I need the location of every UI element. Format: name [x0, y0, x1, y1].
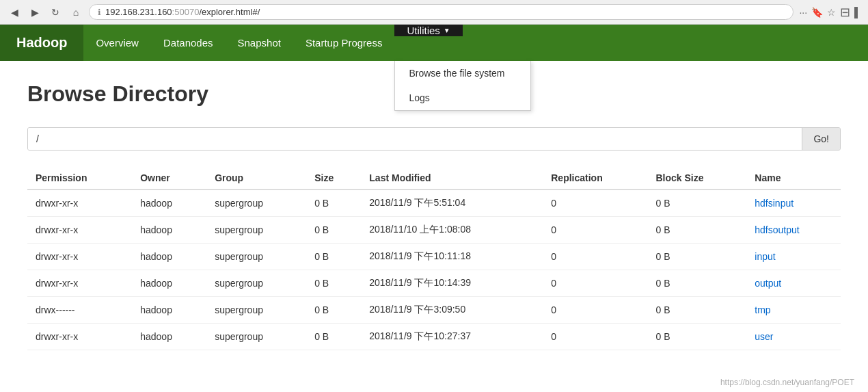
cell-permission: drwx------ [27, 297, 132, 324]
nav-item-datanodes[interactable]: Datanodes [151, 25, 226, 61]
dropdown-item-browse-fs[interactable]: Browse the file system [395, 61, 530, 86]
cell-last-modified: 2018/11/9 下午10:27:37 [361, 324, 543, 350]
cell-replication: 0 [543, 217, 647, 244]
cell-group: supergroup [206, 244, 306, 270]
browser-menu-icons: ··· 🔖 ☆ ⊟ ▌ [799, 5, 861, 20]
table-row: drwxr-xr-xhadoopsupergroup0 B2018/11/10 … [27, 217, 841, 244]
cell-size: 0 B [306, 217, 361, 244]
reload-button[interactable]: ↻ [48, 5, 63, 20]
directory-table: Permission Owner Group Size Last Modifie… [27, 167, 841, 350]
table-row: drwx------hadoopsupergroup0 B2018/11/9 下… [27, 297, 841, 324]
col-permission: Permission [27, 167, 132, 190]
col-group: Group [206, 167, 306, 190]
file-link[interactable]: hdfsinput [755, 198, 794, 209]
browser-chrome: ◀ ▶ ↻ ⌂ ℹ 192.168.231.160:50070/explorer… [0, 0, 868, 25]
navbar-brand: Hadoop [0, 25, 83, 61]
utilities-dropdown-menu: Browse the file system Logs [394, 61, 531, 111]
table-row: drwxr-xr-xhadoopsupergroup0 B2018/11/9 下… [27, 244, 841, 270]
cell-owner: hadoop [132, 324, 206, 350]
dropdown-arrow-icon: ▼ [444, 27, 450, 34]
file-link[interactable]: output [755, 278, 781, 289]
cell-group: supergroup [206, 270, 306, 297]
cell-permission: drwxr-xr-x [27, 270, 132, 297]
cell-size: 0 B [306, 190, 361, 217]
cell-permission: drwxr-xr-x [27, 217, 132, 244]
file-link[interactable]: user [755, 331, 773, 342]
sidebar-icon[interactable]: ⊟ [840, 5, 850, 20]
cell-last-modified: 2018/11/9 下午10:14:39 [361, 270, 543, 297]
path-input[interactable] [28, 128, 802, 150]
table-row: drwxr-xr-xhadoopsupergroup0 B2018/11/9 下… [27, 270, 841, 297]
nav-item-utilities[interactable]: Utilities ▼ [394, 25, 462, 36]
footer-watermark: https://blog.csdn.net/yuanfang/POET [0, 371, 868, 392]
file-link[interactable]: tmp [755, 304, 770, 315]
cell-size: 0 B [306, 324, 361, 350]
star-icon[interactable]: ☆ [827, 7, 836, 18]
cell-name[interactable]: output [746, 270, 841, 297]
search-bar: Go! [27, 127, 841, 151]
cell-size: 0 B [306, 270, 361, 297]
cell-replication: 0 [543, 297, 647, 324]
cell-owner: hadoop [132, 190, 206, 217]
table-row: drwxr-xr-xhadoopsupergroup0 B2018/11/9 下… [27, 324, 841, 350]
cell-permission: drwxr-xr-x [27, 244, 132, 270]
cell-replication: 0 [543, 190, 647, 217]
table-header-row: Permission Owner Group Size Last Modifie… [27, 167, 841, 190]
col-name: Name [746, 167, 841, 190]
home-button[interactable]: ⌂ [68, 5, 83, 20]
url-host: 192.168.231.160 [105, 7, 172, 17]
go-button[interactable]: Go! [802, 128, 840, 150]
cell-block-size: 0 B [647, 297, 746, 324]
cell-replication: 0 [543, 270, 647, 297]
cell-block-size: 0 B [647, 244, 746, 270]
utilities-dropdown-container: Utilities ▼ Browse the file system Logs [394, 25, 462, 61]
cell-name[interactable]: tmp [746, 297, 841, 324]
cell-block-size: 0 B [647, 217, 746, 244]
window-controls: ▌ [854, 7, 861, 18]
cell-name[interactable]: input [746, 244, 841, 270]
cell-last-modified: 2018/11/9 下午5:51:04 [361, 190, 543, 217]
navbar: Hadoop Overview Datanodes Snapshot Start… [0, 25, 868, 61]
cell-block-size: 0 B [647, 270, 746, 297]
cell-group: supergroup [206, 190, 306, 217]
cell-group: supergroup [206, 217, 306, 244]
cell-group: supergroup [206, 324, 306, 350]
col-size: Size [306, 167, 361, 190]
cell-last-modified: 2018/11/9 下午10:11:18 [361, 244, 543, 270]
bookmark-icon[interactable]: 🔖 [811, 7, 823, 18]
cell-last-modified: 2018/11/9 下午3:09:50 [361, 297, 543, 324]
more-menu-icon[interactable]: ··· [799, 7, 807, 18]
cell-permission: drwxr-xr-x [27, 190, 132, 217]
cell-replication: 0 [543, 244, 647, 270]
cell-owner: hadoop [132, 217, 206, 244]
dropdown-item-logs[interactable]: Logs [395, 86, 530, 110]
file-link[interactable]: input [755, 251, 775, 262]
cell-permission: drwxr-xr-x [27, 324, 132, 350]
col-owner: Owner [132, 167, 206, 190]
cell-owner: hadoop [132, 270, 206, 297]
forward-button[interactable]: ▶ [27, 5, 42, 20]
nav-item-snapshot[interactable]: Snapshot [226, 25, 293, 61]
col-replication: Replication [543, 167, 647, 190]
back-button[interactable]: ◀ [7, 5, 22, 20]
cell-owner: hadoop [132, 297, 206, 324]
cell-size: 0 B [306, 244, 361, 270]
nav-item-overview[interactable]: Overview [83, 25, 151, 61]
address-url: 192.168.231.160:50070/explorer.html#/ [105, 7, 785, 17]
url-path: /explorer.html#/ [199, 7, 260, 17]
file-link[interactable]: hdfsoutput [755, 224, 799, 235]
cell-name[interactable]: user [746, 324, 841, 350]
col-last-modified: Last Modified [361, 167, 543, 190]
cell-block-size: 0 B [647, 190, 746, 217]
cell-name[interactable]: hdfsoutput [746, 217, 841, 244]
table-row: drwxr-xr-xhadoopsupergroup0 B2018/11/9 下… [27, 190, 841, 217]
cell-name[interactable]: hdfsinput [746, 190, 841, 217]
col-block-size: Block Size [647, 167, 746, 190]
cell-size: 0 B [306, 297, 361, 324]
nav-item-startup-progress[interactable]: Startup Progress [293, 25, 395, 61]
cell-last-modified: 2018/11/10 上午1:08:08 [361, 217, 543, 244]
info-icon: ℹ [98, 8, 101, 17]
cell-owner: hadoop [132, 244, 206, 270]
address-bar[interactable]: ℹ 192.168.231.160:50070/explorer.html#/ [89, 4, 794, 20]
table-body: drwxr-xr-xhadoopsupergroup0 B2018/11/9 下… [27, 190, 841, 350]
